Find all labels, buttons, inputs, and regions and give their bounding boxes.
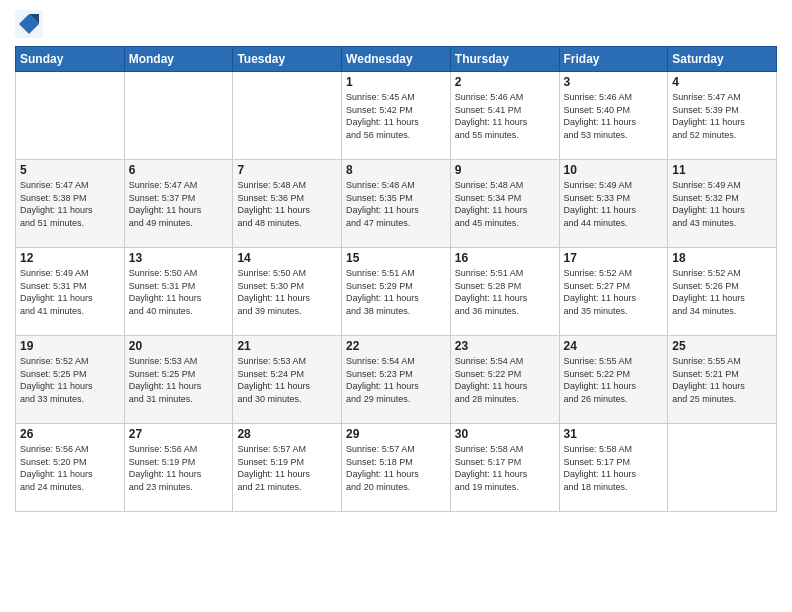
calendar-body: 1Sunrise: 5:45 AM Sunset: 5:42 PM Daylig… <box>16 72 777 512</box>
logo <box>15 10 47 38</box>
cell-info: Sunrise: 5:52 AM Sunset: 5:26 PM Dayligh… <box>672 267 772 317</box>
day-number: 17 <box>564 251 664 265</box>
calendar-table: SundayMondayTuesdayWednesdayThursdayFrid… <box>15 46 777 512</box>
day-number: 20 <box>129 339 229 353</box>
page: SundayMondayTuesdayWednesdayThursdayFrid… <box>0 0 792 612</box>
day-number: 5 <box>20 163 120 177</box>
cell-info: Sunrise: 5:46 AM Sunset: 5:41 PM Dayligh… <box>455 91 555 141</box>
calendar-cell: 19Sunrise: 5:52 AM Sunset: 5:25 PM Dayli… <box>16 336 125 424</box>
day-number: 18 <box>672 251 772 265</box>
cell-info: Sunrise: 5:48 AM Sunset: 5:35 PM Dayligh… <box>346 179 446 229</box>
cell-info: Sunrise: 5:55 AM Sunset: 5:22 PM Dayligh… <box>564 355 664 405</box>
cell-info: Sunrise: 5:51 AM Sunset: 5:28 PM Dayligh… <box>455 267 555 317</box>
cell-info: Sunrise: 5:48 AM Sunset: 5:34 PM Dayligh… <box>455 179 555 229</box>
day-number: 15 <box>346 251 446 265</box>
calendar-cell: 12Sunrise: 5:49 AM Sunset: 5:31 PM Dayli… <box>16 248 125 336</box>
day-number: 19 <box>20 339 120 353</box>
cell-info: Sunrise: 5:58 AM Sunset: 5:17 PM Dayligh… <box>455 443 555 493</box>
day-number: 23 <box>455 339 555 353</box>
cell-info: Sunrise: 5:49 AM Sunset: 5:32 PM Dayligh… <box>672 179 772 229</box>
day-number: 11 <box>672 163 772 177</box>
day-number: 28 <box>237 427 337 441</box>
day-number: 29 <box>346 427 446 441</box>
day-number: 9 <box>455 163 555 177</box>
cell-info: Sunrise: 5:55 AM Sunset: 5:21 PM Dayligh… <box>672 355 772 405</box>
cell-info: Sunrise: 5:47 AM Sunset: 5:38 PM Dayligh… <box>20 179 120 229</box>
weekday-header-monday: Monday <box>124 47 233 72</box>
calendar-cell: 17Sunrise: 5:52 AM Sunset: 5:27 PM Dayli… <box>559 248 668 336</box>
calendar-cell: 14Sunrise: 5:50 AM Sunset: 5:30 PM Dayli… <box>233 248 342 336</box>
cell-info: Sunrise: 5:56 AM Sunset: 5:19 PM Dayligh… <box>129 443 229 493</box>
day-number: 6 <box>129 163 229 177</box>
weekday-row: SundayMondayTuesdayWednesdayThursdayFrid… <box>16 47 777 72</box>
header <box>15 10 777 38</box>
week-row-4: 26Sunrise: 5:56 AM Sunset: 5:20 PM Dayli… <box>16 424 777 512</box>
week-row-3: 19Sunrise: 5:52 AM Sunset: 5:25 PM Dayli… <box>16 336 777 424</box>
day-number: 14 <box>237 251 337 265</box>
calendar-cell: 8Sunrise: 5:48 AM Sunset: 5:35 PM Daylig… <box>342 160 451 248</box>
calendar-cell: 16Sunrise: 5:51 AM Sunset: 5:28 PM Dayli… <box>450 248 559 336</box>
day-number: 25 <box>672 339 772 353</box>
calendar-cell <box>668 424 777 512</box>
cell-info: Sunrise: 5:48 AM Sunset: 5:36 PM Dayligh… <box>237 179 337 229</box>
day-number: 2 <box>455 75 555 89</box>
cell-info: Sunrise: 5:49 AM Sunset: 5:33 PM Dayligh… <box>564 179 664 229</box>
week-row-1: 5Sunrise: 5:47 AM Sunset: 5:38 PM Daylig… <box>16 160 777 248</box>
cell-info: Sunrise: 5:50 AM Sunset: 5:30 PM Dayligh… <box>237 267 337 317</box>
day-number: 24 <box>564 339 664 353</box>
calendar-cell: 30Sunrise: 5:58 AM Sunset: 5:17 PM Dayli… <box>450 424 559 512</box>
weekday-header-friday: Friday <box>559 47 668 72</box>
calendar-cell: 10Sunrise: 5:49 AM Sunset: 5:33 PM Dayli… <box>559 160 668 248</box>
weekday-header-saturday: Saturday <box>668 47 777 72</box>
weekday-header-thursday: Thursday <box>450 47 559 72</box>
day-number: 31 <box>564 427 664 441</box>
cell-info: Sunrise: 5:50 AM Sunset: 5:31 PM Dayligh… <box>129 267 229 317</box>
day-number: 10 <box>564 163 664 177</box>
calendar-cell: 28Sunrise: 5:57 AM Sunset: 5:19 PM Dayli… <box>233 424 342 512</box>
cell-info: Sunrise: 5:57 AM Sunset: 5:18 PM Dayligh… <box>346 443 446 493</box>
cell-info: Sunrise: 5:52 AM Sunset: 5:25 PM Dayligh… <box>20 355 120 405</box>
day-number: 21 <box>237 339 337 353</box>
cell-info: Sunrise: 5:52 AM Sunset: 5:27 PM Dayligh… <box>564 267 664 317</box>
day-number: 4 <box>672 75 772 89</box>
day-number: 30 <box>455 427 555 441</box>
cell-info: Sunrise: 5:47 AM Sunset: 5:39 PM Dayligh… <box>672 91 772 141</box>
calendar-cell: 11Sunrise: 5:49 AM Sunset: 5:32 PM Dayli… <box>668 160 777 248</box>
cell-info: Sunrise: 5:54 AM Sunset: 5:22 PM Dayligh… <box>455 355 555 405</box>
calendar-cell: 23Sunrise: 5:54 AM Sunset: 5:22 PM Dayli… <box>450 336 559 424</box>
calendar-cell: 18Sunrise: 5:52 AM Sunset: 5:26 PM Dayli… <box>668 248 777 336</box>
cell-info: Sunrise: 5:49 AM Sunset: 5:31 PM Dayligh… <box>20 267 120 317</box>
day-number: 27 <box>129 427 229 441</box>
calendar-header: SundayMondayTuesdayWednesdayThursdayFrid… <box>16 47 777 72</box>
calendar-cell: 31Sunrise: 5:58 AM Sunset: 5:17 PM Dayli… <box>559 424 668 512</box>
cell-info: Sunrise: 5:54 AM Sunset: 5:23 PM Dayligh… <box>346 355 446 405</box>
logo-icon <box>15 10 43 38</box>
calendar-cell: 1Sunrise: 5:45 AM Sunset: 5:42 PM Daylig… <box>342 72 451 160</box>
weekday-header-wednesday: Wednesday <box>342 47 451 72</box>
week-row-2: 12Sunrise: 5:49 AM Sunset: 5:31 PM Dayli… <box>16 248 777 336</box>
cell-info: Sunrise: 5:56 AM Sunset: 5:20 PM Dayligh… <box>20 443 120 493</box>
calendar-cell <box>16 72 125 160</box>
calendar-cell: 24Sunrise: 5:55 AM Sunset: 5:22 PM Dayli… <box>559 336 668 424</box>
day-number: 22 <box>346 339 446 353</box>
day-number: 16 <box>455 251 555 265</box>
cell-info: Sunrise: 5:47 AM Sunset: 5:37 PM Dayligh… <box>129 179 229 229</box>
calendar-cell: 20Sunrise: 5:53 AM Sunset: 5:25 PM Dayli… <box>124 336 233 424</box>
calendar-cell: 7Sunrise: 5:48 AM Sunset: 5:36 PM Daylig… <box>233 160 342 248</box>
week-row-0: 1Sunrise: 5:45 AM Sunset: 5:42 PM Daylig… <box>16 72 777 160</box>
calendar-cell: 4Sunrise: 5:47 AM Sunset: 5:39 PM Daylig… <box>668 72 777 160</box>
cell-info: Sunrise: 5:46 AM Sunset: 5:40 PM Dayligh… <box>564 91 664 141</box>
calendar-cell: 15Sunrise: 5:51 AM Sunset: 5:29 PM Dayli… <box>342 248 451 336</box>
calendar-cell: 29Sunrise: 5:57 AM Sunset: 5:18 PM Dayli… <box>342 424 451 512</box>
calendar-cell: 26Sunrise: 5:56 AM Sunset: 5:20 PM Dayli… <box>16 424 125 512</box>
cell-info: Sunrise: 5:58 AM Sunset: 5:17 PM Dayligh… <box>564 443 664 493</box>
day-number: 8 <box>346 163 446 177</box>
calendar-cell: 3Sunrise: 5:46 AM Sunset: 5:40 PM Daylig… <box>559 72 668 160</box>
calendar-cell: 22Sunrise: 5:54 AM Sunset: 5:23 PM Dayli… <box>342 336 451 424</box>
day-number: 26 <box>20 427 120 441</box>
calendar-cell: 13Sunrise: 5:50 AM Sunset: 5:31 PM Dayli… <box>124 248 233 336</box>
day-number: 12 <box>20 251 120 265</box>
day-number: 3 <box>564 75 664 89</box>
weekday-header-sunday: Sunday <box>16 47 125 72</box>
calendar-cell: 5Sunrise: 5:47 AM Sunset: 5:38 PM Daylig… <box>16 160 125 248</box>
